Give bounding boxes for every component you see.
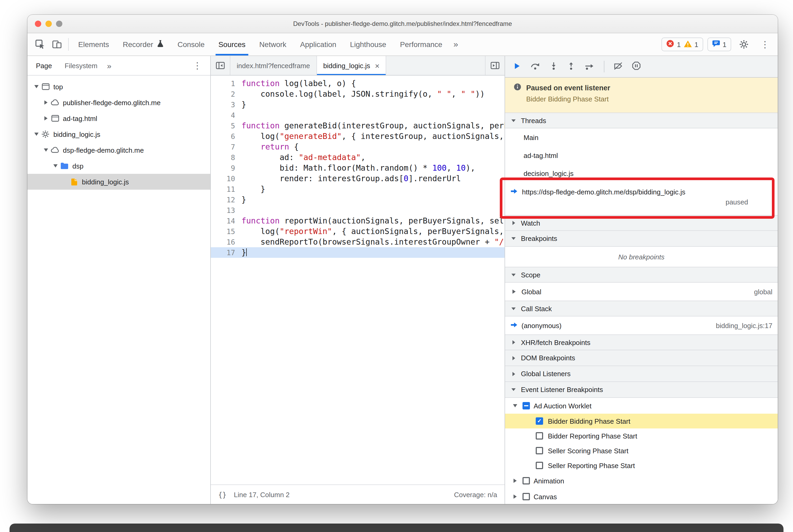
checkbox-seller-reporting-phase-start[interactable] — [536, 462, 543, 469]
tree-item-dsp-folder[interactable]: dsp — [27, 158, 210, 174]
console-status-badge[interactable]: 1 1 — [662, 38, 703, 51]
disclosure-collapsed-icon[interactable] — [42, 100, 50, 104]
disclosure-collapsed-icon[interactable] — [510, 289, 518, 294]
tab-filesystem[interactable]: Filesystem — [58, 56, 104, 75]
section-dom-breakpoints[interactable]: DOM Breakpoints — [505, 350, 778, 366]
code-line[interactable]: 10 render: interestGroup.ads[0].renderUr… — [211, 173, 505, 184]
thread-row-decision-logic[interactable]: decision_logic.js — [505, 164, 778, 182]
disclosure-collapsed-icon[interactable] — [511, 479, 519, 483]
tab-performance[interactable]: Performance — [393, 33, 449, 55]
checkbox-seller-scoring-phase-start[interactable] — [536, 447, 543, 454]
disclosure-collapsed-icon[interactable] — [42, 116, 50, 120]
checkbox-animation[interactable] — [523, 477, 530, 484]
tab-page[interactable]: Page — [30, 56, 58, 75]
code-line[interactable]: 5function generateBid(interestGroup, auc… — [211, 120, 505, 131]
checkbox-bidder-bidding-phase-start[interactable] — [536, 417, 543, 425]
disclosure-expanded-icon[interactable] — [52, 164, 59, 168]
line-number[interactable]: 11 — [211, 184, 242, 194]
step-over-button[interactable] — [530, 61, 541, 72]
device-toolbar-icon[interactable] — [49, 36, 65, 53]
tree-item-dsp-domain[interactable]: dsp-fledge-demo.glitch.me — [27, 142, 210, 158]
scope-global-row[interactable]: Global global — [505, 283, 778, 301]
code-line[interactable]: 12} — [211, 194, 505, 205]
tab-index-html[interactable]: index.html?fencedframe — [230, 56, 317, 75]
thread-row-ad-tag[interactable]: ad-tag.html — [505, 146, 778, 164]
line-number[interactable]: 5 — [211, 120, 242, 131]
code-line[interactable]: 8 ad: "ad-metadata", — [211, 152, 505, 163]
resume-button[interactable] — [512, 61, 521, 72]
code-line[interactable]: 1function log(label, o) { — [211, 78, 505, 89]
section-threads[interactable]: Threads — [505, 113, 778, 128]
tab-elements[interactable]: Elements — [71, 33, 116, 55]
more-navigator-tabs-icon[interactable]: » — [104, 56, 115, 75]
code-line[interactable]: 3} — [211, 99, 505, 110]
section-global-listeners[interactable]: Global Listeners — [505, 366, 778, 382]
elb-group-ad-auction-worklet[interactable]: Ad Auction Worklet — [505, 398, 778, 414]
tree-item-worklet[interactable]: bidding_logic.js — [27, 126, 210, 142]
section-event-listener-breakpoints[interactable]: Event Listener Breakpoints — [505, 382, 778, 398]
minimize-window-button[interactable] — [45, 21, 52, 27]
step-out-button[interactable] — [567, 61, 575, 72]
checkbox-ad-auction-worklet[interactable] — [523, 402, 530, 410]
elb-item-seller-scoring-phase-start[interactable]: Seller Scoring Phase Start — [505, 443, 778, 458]
line-number[interactable]: 14 — [211, 215, 242, 226]
settings-gear-icon[interactable] — [735, 36, 752, 53]
code-line[interactable]: 16 sendReportTo(browserSignals.interestG… — [211, 237, 505, 247]
issues-badge[interactable]: 1 — [707, 38, 731, 51]
step-button[interactable] — [584, 61, 595, 72]
section-breakpoints[interactable]: Breakpoints — [505, 231, 778, 247]
navigator-menu-icon[interactable]: ⋮ — [187, 60, 208, 71]
pause-on-exceptions-button[interactable] — [632, 61, 641, 72]
thread-row-paused[interactable]: https://dsp-fledge-demo.glitch.me/dsp/bi… — [505, 182, 778, 215]
tab-sources[interactable]: Sources — [212, 33, 252, 55]
code-line[interactable]: 14function reportWin(auctionSignals, per… — [211, 215, 505, 226]
deactivate-breakpoints-button[interactable] — [613, 61, 623, 72]
thread-row-main[interactable]: Main — [505, 128, 778, 146]
line-number[interactable]: 17 — [211, 247, 242, 258]
tab-network[interactable]: Network — [252, 33, 293, 55]
code-line[interactable]: 4 — [211, 110, 505, 120]
hide-navigator-icon[interactable] — [211, 56, 230, 75]
section-scope[interactable]: Scope — [505, 267, 778, 283]
zoom-window-button[interactable] — [56, 21, 62, 27]
line-number[interactable]: 16 — [211, 237, 242, 247]
code-line[interactable]: 11 } — [211, 184, 505, 194]
inspect-element-icon[interactable] — [32, 36, 49, 53]
tab-application[interactable]: Application — [293, 33, 343, 55]
line-number[interactable]: 10 — [211, 173, 242, 184]
code-editor[interactable]: 1function log(label, o) {2 console.log(l… — [211, 76, 505, 484]
line-number[interactable]: 7 — [211, 141, 242, 152]
tree-item-ad-tag[interactable]: ad-tag.html — [27, 110, 210, 126]
tab-console[interactable]: Console — [171, 33, 212, 55]
editor-overflow-icon[interactable] — [485, 56, 505, 75]
call-stack-frame[interactable]: (anonymous) bidding_logic.js:17 — [505, 317, 778, 335]
code-line[interactable]: 2 console.log(label, JSON.stringify(o, "… — [211, 89, 505, 99]
disclosure-expanded-icon[interactable] — [33, 133, 40, 136]
code-line[interactable]: 7 return { — [211, 141, 505, 152]
tree-item-top[interactable]: top — [27, 79, 210, 95]
more-options-icon[interactable]: ⋮ — [757, 36, 773, 53]
line-number[interactable]: 1 — [211, 78, 242, 89]
disclosure-expanded-icon[interactable] — [42, 149, 50, 152]
pretty-print-icon[interactable]: {} — [218, 491, 226, 498]
step-into-button[interactable] — [549, 61, 558, 72]
code-line[interactable]: 13 — [211, 205, 505, 215]
section-watch[interactable]: Watch — [505, 215, 778, 231]
line-number[interactable]: 4 — [211, 110, 242, 120]
code-line[interactable]: 9 bid: Math.floor(Math.random() * 100, 1… — [211, 163, 505, 173]
line-number[interactable]: 12 — [211, 194, 242, 205]
elb-item-bidder-reporting-phase-start[interactable]: Bidder Reporting Phase Start — [505, 429, 778, 443]
tab-lighthouse[interactable]: Lighthouse — [343, 33, 393, 55]
elb-item-bidder-bidding-phase-start[interactable]: Bidder Bidding Phase Start — [505, 414, 778, 429]
code-line[interactable]: 17} — [211, 247, 505, 258]
close-window-button[interactable] — [35, 21, 41, 27]
tree-item-bidding-logic-file[interactable]: bidding_logic.js — [27, 174, 210, 190]
code-line[interactable]: 15 log("reportWin", { auctionSignals, pe… — [211, 226, 505, 237]
elb-item-seller-reporting-phase-start[interactable]: Seller Reporting Phase Start — [505, 458, 778, 473]
line-number[interactable]: 8 — [211, 152, 242, 163]
titlebar[interactable]: DevTools - publisher-fledge-demo.glitch.… — [27, 15, 778, 33]
line-number[interactable]: 15 — [211, 226, 242, 237]
disclosure-collapsed-icon[interactable] — [511, 494, 519, 499]
line-number[interactable]: 9 — [211, 163, 242, 173]
line-number[interactable]: 13 — [211, 205, 242, 215]
